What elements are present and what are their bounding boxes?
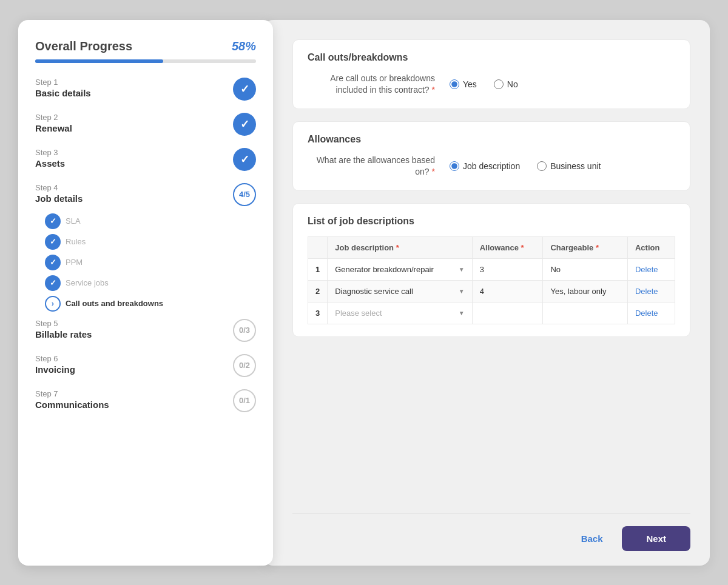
callouts-radio-no[interactable]: No	[494, 79, 518, 89]
allowances-radio-business-unit-input[interactable]	[537, 161, 547, 171]
substep-callouts-arrow-icon: ›	[52, 299, 54, 308]
row3-dropdown-icon: ▼	[459, 310, 465, 316]
substep-ppm-badge: ✓	[45, 255, 61, 270]
sidebar-item-step4[interactable]: Step 4 Job details 4/5	[35, 183, 256, 206]
row1-num: 1	[308, 258, 328, 280]
substep-callouts-label: Call outs and breakdowns	[66, 299, 163, 308]
next-button[interactable]: Next	[622, 526, 690, 551]
row1-allowance: 3	[472, 258, 543, 280]
row2-job-desc-cell[interactable]: Diagnostic service call ▼	[328, 280, 472, 302]
step2-check-icon	[240, 118, 249, 131]
allowances-radio-business-unit[interactable]: Business unit	[537, 161, 601, 171]
allowances-business-unit-label: Business unit	[550, 161, 601, 171]
substeps-container: ✓ SLA ✓ Rules ✓ PPM ✓ Service job	[35, 213, 256, 312]
callouts-title: Call outs/breakdowns	[308, 52, 675, 63]
step2-badge	[233, 113, 256, 136]
substep-callouts[interactable]: › Call outs and breakdowns	[45, 296, 256, 312]
row2-action[interactable]: Delete	[627, 280, 675, 302]
allowances-title: Allowances	[308, 134, 675, 145]
substep-rules-badge: ✓	[45, 234, 61, 250]
allowances-radio-options: Job description Business unit	[450, 161, 601, 171]
sidebar-item-step5[interactable]: Step 5 Billable rates 0/3	[35, 319, 256, 342]
step4-badge: 4/5	[233, 183, 256, 206]
row1-job-desc-cell[interactable]: Generator breakdown/repair ▼	[328, 258, 472, 280]
table-col-chargeable: Chargeable *	[543, 236, 628, 258]
row1-dropdown-icon: ▼	[459, 266, 465, 273]
substep-sla-check-icon: ✓	[50, 216, 56, 226]
step2-name: Renewal	[35, 123, 72, 133]
sidebar-item-step2[interactable]: Step 2 Renewal	[35, 113, 256, 136]
substep-service-jobs-badge: ✓	[45, 275, 61, 291]
step6-name: Invoicing	[35, 364, 75, 375]
row1-action[interactable]: Delete	[627, 258, 675, 280]
step2-label: Step 2	[35, 113, 72, 122]
step3-name: Assets	[35, 158, 65, 169]
step5-badge: 0/3	[233, 319, 256, 342]
allowances-radio-job-desc[interactable]: Job description	[450, 161, 520, 171]
table-col-allowance: Allowance *	[472, 236, 543, 258]
table-col-num	[308, 236, 328, 258]
step6-label: Step 6	[35, 354, 75, 363]
step3-label: Step 3	[35, 148, 65, 157]
callouts-question: Are call outs or breakdowns included in …	[308, 73, 435, 96]
step7-name: Communications	[35, 399, 109, 410]
job-descriptions-card: List of job descriptions Job description…	[292, 203, 690, 337]
substep-service-jobs[interactable]: ✓ Service jobs	[45, 275, 256, 291]
table-row: 1 Generator breakdown/repair ▼ 3 No Dele…	[308, 258, 675, 280]
step3-check-icon	[240, 153, 249, 166]
row3-job-desc-placeholder: Please select	[335, 309, 382, 318]
back-button[interactable]: Back	[571, 527, 613, 550]
sidebar-item-step6[interactable]: Step 6 Invoicing 0/2	[35, 354, 256, 377]
substep-sla-label: SLA	[66, 216, 81, 226]
step3-badge	[233, 148, 256, 171]
step1-label: Step 1	[35, 78, 91, 87]
substep-rules[interactable]: ✓ Rules	[45, 234, 256, 250]
substep-service-jobs-label: Service jobs	[66, 278, 109, 287]
row2-delete-link[interactable]: Delete	[635, 287, 658, 296]
row3-action[interactable]: Delete	[627, 302, 675, 324]
substep-sla-badge: ✓	[45, 213, 61, 229]
callouts-no-label: No	[507, 79, 518, 89]
sidebar-item-step7[interactable]: Step 7 Communications 0/1	[35, 389, 256, 412]
row2-job-desc-text: Diagnostic service call	[335, 287, 413, 296]
substep-ppm[interactable]: ✓ PPM	[45, 255, 256, 270]
substep-callouts-badge: ›	[45, 296, 61, 312]
table-col-job-desc: Job description *	[328, 236, 472, 258]
step5-label: Step 5	[35, 319, 92, 328]
substep-sla[interactable]: ✓ SLA	[45, 213, 256, 229]
row3-job-desc-cell[interactable]: Please select ▼	[328, 302, 472, 324]
callouts-radio-yes-input[interactable]	[450, 79, 459, 89]
sidebar-item-step1[interactable]: Step 1 Basic details	[35, 78, 256, 101]
allowances-radio-job-desc-input[interactable]	[450, 161, 459, 171]
allowances-question: What are the allowances based on? *	[308, 155, 435, 178]
row2-num: 2	[308, 280, 328, 302]
callouts-radio-options: Yes No	[450, 79, 518, 89]
table-row: 2 Diagnostic service call ▼ 4 Yes, labou…	[308, 280, 675, 302]
step1-badge	[233, 78, 256, 101]
substep-ppm-label: PPM	[66, 258, 83, 267]
callouts-radio-no-input[interactable]	[494, 79, 504, 89]
sidebar-item-step3[interactable]: Step 3 Assets	[35, 148, 256, 171]
callouts-required-star: *	[432, 85, 435, 95]
step1-name: Basic details	[35, 88, 91, 98]
allowance-col-star: *	[521, 243, 524, 252]
main-content: Call outs/breakdowns Are call outs or br…	[263, 20, 710, 566]
step1-check-icon	[240, 82, 249, 96]
row1-delete-link[interactable]: Delete	[635, 265, 658, 274]
allowances-job-desc-label: Job description	[463, 161, 520, 171]
row3-delete-link[interactable]: Delete	[635, 309, 658, 318]
content-body: Call outs/breakdowns Are call outs or br…	[292, 39, 690, 506]
step4-name: Job details	[35, 193, 83, 204]
step7-label: Step 7	[35, 389, 109, 398]
row3-chargeable	[543, 302, 628, 324]
callouts-yes-label: Yes	[463, 79, 477, 89]
substep-ppm-check-icon: ✓	[50, 258, 56, 267]
callouts-radio-yes[interactable]: Yes	[450, 79, 477, 89]
job-descriptions-table: Job description * Allowance * Chargeable…	[308, 236, 675, 324]
sidebar: Overall Progress 58% Step 1 Basic detail…	[18, 20, 273, 566]
table-col-action: Action	[627, 236, 675, 258]
callouts-card: Call outs/breakdowns Are call outs or br…	[292, 39, 690, 109]
job-descriptions-title: List of job descriptions	[308, 216, 675, 227]
row3-num: 3	[308, 302, 328, 324]
callouts-radio-row: Are call outs or breakdowns included in …	[308, 73, 675, 96]
